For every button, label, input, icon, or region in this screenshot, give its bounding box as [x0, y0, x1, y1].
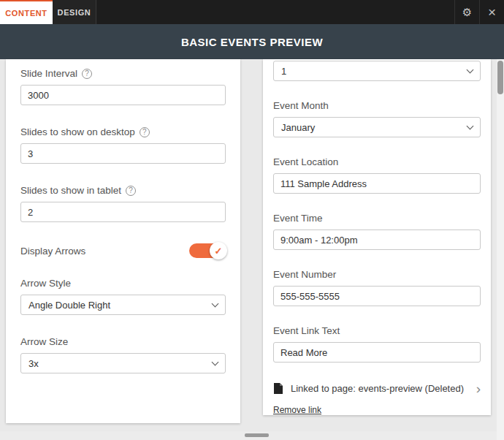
slides-desktop-input[interactable]	[20, 143, 226, 164]
event-location-group: Event Location	[273, 156, 481, 194]
check-icon: ✓	[215, 246, 223, 257]
event-number-input[interactable]	[273, 286, 481, 306]
arrow-style-value: Angle Double Right	[28, 300, 110, 311]
dialog-header: BASIC EVENTS PREVIEW	[0, 24, 504, 59]
linked-page-row[interactable]: Linked to page: events-preview (Deleted)…	[273, 382, 481, 395]
tab-design[interactable]: DESIGN	[53, 0, 96, 24]
settings-button[interactable]: ⚙	[454, 0, 479, 24]
event-month-select[interactable]: January	[273, 117, 481, 137]
arrow-size-label-row: Arrow Size	[20, 336, 226, 347]
event-location-input[interactable]	[273, 173, 481, 194]
slide-interval-input[interactable]	[20, 85, 226, 105]
content-area: Slide Interval ? Slides to show on deskt…	[0, 59, 504, 440]
vertical-scrollbar[interactable]	[497, 59, 504, 440]
event-number-group: Event Number	[273, 269, 481, 306]
event-month-label-row: Event Month	[273, 100, 481, 111]
chevron-down-icon	[467, 66, 474, 73]
display-arrows-label: Display Arrows	[20, 246, 85, 257]
slides-tablet-group: Slides to show in tablet ?	[20, 185, 226, 222]
slides-desktop-group: Slides to show on desktop ?	[20, 126, 226, 164]
slides-tablet-label-row: Slides to show in tablet ?	[20, 185, 226, 196]
arrow-style-select[interactable]: Angle Double Right	[20, 295, 226, 315]
event-month-value: January	[281, 122, 315, 133]
horizontal-scrollbar[interactable]	[0, 431, 497, 440]
event-day-select[interactable]: 1	[273, 61, 481, 81]
toggle-knob: ✓	[210, 242, 227, 259]
event-number-label-row: Event Number	[273, 269, 481, 280]
event-month-label: Event Month	[273, 100, 329, 111]
chevron-down-icon	[467, 122, 474, 129]
topbar-spacer	[96, 0, 454, 24]
tab-content-label: CONTENT	[5, 9, 47, 18]
chevron-down-icon	[212, 300, 219, 307]
right-panel: 1 Event Month January Event Location	[263, 59, 491, 415]
horizontal-scrollbar-thumb[interactable]	[245, 433, 269, 437]
tab-content[interactable]: CONTENT	[0, 0, 53, 24]
event-time-input[interactable]	[273, 230, 481, 250]
display-arrows-toggle[interactable]: ✓	[189, 243, 226, 258]
event-link-text-group: Event Link Text	[273, 325, 481, 363]
event-day-group: 1	[273, 61, 481, 81]
dialog-title: BASIC EVENTS PREVIEW	[181, 36, 323, 48]
arrow-size-value: 3x	[28, 358, 39, 369]
event-location-label: Event Location	[273, 156, 338, 167]
help-icon[interactable]: ?	[82, 69, 92, 79]
event-number-label: Event Number	[273, 269, 336, 280]
event-time-label: Event Time	[273, 213, 323, 224]
left-panel: Slide Interval ? Slides to show on deskt…	[6, 59, 240, 423]
chevron-down-icon	[212, 358, 219, 365]
page-icon	[273, 382, 283, 395]
arrow-style-label: Arrow Style	[20, 278, 71, 289]
linked-page-text: Linked to page: events-preview (Deleted)	[291, 383, 476, 394]
close-icon: ×	[488, 5, 496, 19]
arrow-size-group: Arrow Size 3x	[20, 336, 226, 373]
event-time-group: Event Time	[273, 213, 481, 250]
display-arrows-row: Display Arrows ✓	[20, 243, 226, 258]
widget-settings-window: CONTENT DESIGN ⚙ × BASIC EVENTS PREVIEW …	[0, 0, 504, 440]
event-link-text-label-row: Event Link Text	[273, 325, 481, 336]
arrow-style-group: Arrow Style Angle Double Right	[20, 278, 226, 315]
slide-interval-group: Slide Interval ?	[20, 68, 226, 105]
event-month-group: Event Month January	[273, 100, 481, 137]
chevron-right-icon: ›	[476, 382, 481, 395]
help-icon[interactable]: ?	[140, 127, 150, 137]
tab-design-label: DESIGN	[58, 8, 91, 17]
topbar: CONTENT DESIGN ⚙ ×	[0, 0, 504, 24]
event-location-label-row: Event Location	[273, 156, 481, 167]
arrow-size-label: Arrow Size	[20, 336, 68, 347]
slide-interval-label-row: Slide Interval ?	[20, 68, 226, 79]
vertical-scrollbar-thumb[interactable]	[497, 61, 503, 94]
remove-link[interactable]: Remove link	[273, 405, 321, 415]
arrow-size-select[interactable]: 3x	[20, 353, 226, 373]
event-time-label-row: Event Time	[273, 213, 481, 224]
slides-desktop-label-row: Slides to show on desktop ?	[20, 126, 226, 137]
close-button[interactable]: ×	[479, 0, 504, 24]
gear-icon: ⚙	[462, 6, 472, 19]
slides-desktop-label: Slides to show on desktop	[20, 126, 135, 137]
slides-tablet-label: Slides to show in tablet	[20, 185, 121, 196]
event-day-value: 1	[281, 66, 286, 77]
help-icon[interactable]: ?	[126, 186, 136, 196]
slides-tablet-input[interactable]	[20, 202, 226, 222]
slide-interval-label: Slide Interval	[20, 68, 77, 79]
event-link-text-label: Event Link Text	[273, 325, 340, 336]
event-link-text-input[interactable]	[273, 342, 481, 363]
arrow-style-label-row: Arrow Style	[20, 278, 226, 289]
